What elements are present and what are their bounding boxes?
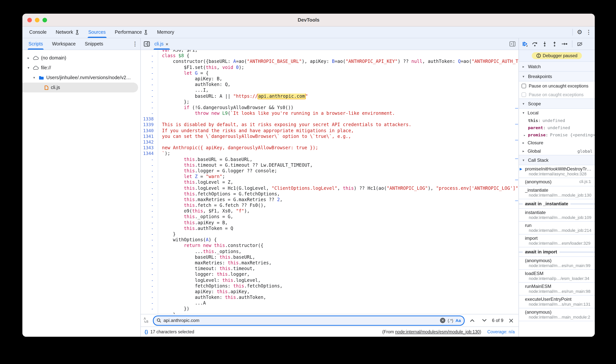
line-gutter[interactable]: -: [141, 105, 158, 111]
line-gutter[interactable]: 1341: [141, 134, 158, 139]
line-gutter[interactable]: 1338: [141, 117, 158, 122]
line-gutter[interactable]: -: [141, 300, 158, 306]
scope-variable[interactable]: parent:undefined: [519, 124, 595, 131]
line-gutter[interactable]: -: [141, 157, 158, 162]
call-stack-frame[interactable]: importnode:internal/m…esm/loader:329: [519, 234, 595, 247]
line-gutter[interactable]: -: [141, 99, 158, 105]
step-over-icon[interactable]: [530, 39, 539, 49]
scope-group-global[interactable]: ▸Globalglobal: [519, 147, 595, 155]
regex-toggle[interactable]: (.*): [448, 318, 453, 323]
from-source-link[interactable]: node:internal/modules/esm/module_job:130: [395, 329, 480, 334]
scope-group-local[interactable]: ▾Local: [519, 109, 595, 117]
call-stack-frame[interactable]: executeUserEntryPointnode:internal/m…s/r…: [519, 295, 595, 308]
editor-tab-clijs[interactable]: cli.js ×: [151, 38, 171, 50]
scope-section-header[interactable]: ▾Scope: [519, 98, 595, 109]
line-gutter[interactable]: -: [141, 214, 158, 220]
line-gutter[interactable]: -: [141, 191, 158, 197]
scope-variable[interactable]: this:undefined: [519, 117, 595, 124]
line-gutter[interactable]: -: [141, 53, 158, 59]
line-gutter[interactable]: -: [141, 306, 158, 312]
call-stack-frame[interactable]: instantiatenode:internal/m…module_job:10…: [519, 209, 595, 221]
step-out-icon[interactable]: [550, 39, 559, 49]
breakpoints-section-header[interactable]: ▾Breakpoints: [519, 71, 595, 81]
tree-item-cli-js[interactable]: cli.js: [22, 83, 138, 92]
breakpoint-option[interactable]: Pause on uncaught exceptions: [519, 81, 595, 90]
line-gutter[interactable]: -: [141, 197, 158, 203]
watch-section-header[interactable]: ▸Watch: [519, 61, 595, 72]
search-input[interactable]: api.anthropic.com ✕ (.*) Aa: [153, 315, 465, 325]
replace-toggle-icon[interactable]: A ↳B: [144, 317, 150, 324]
line-gutter[interactable]: -: [141, 111, 158, 116]
call-stack-frame[interactable]: _instantiatenode:internal/m…module_job:1…: [519, 186, 595, 199]
line-gutter[interactable]: [141, 50, 158, 53]
line-gutter[interactable]: -: [141, 70, 158, 76]
scope-group-closure[interactable]: ▸Closure: [519, 139, 595, 147]
tab-console[interactable]: Console: [25, 26, 51, 38]
checkbox[interactable]: [521, 84, 526, 88]
call-stack-frame[interactable]: runMainESMnode:internal/m…es/run_main:98: [519, 283, 595, 295]
line-gutter[interactable]: -: [141, 65, 158, 70]
line-gutter[interactable]: -: [141, 272, 158, 277]
line-gutter[interactable]: 1339: [141, 122, 158, 128]
tab-sources[interactable]: Sources: [84, 26, 110, 38]
line-gutter[interactable]: -: [141, 203, 158, 208]
line-gutter[interactable]: -: [141, 283, 158, 289]
deactivate-breakpoints-icon[interactable]: [575, 39, 585, 49]
checkbox[interactable]: [521, 92, 526, 97]
chevron-right-icon[interactable]: ▸: [26, 56, 31, 60]
tab-memory[interactable]: Memory: [153, 26, 179, 38]
line-gutter[interactable]: -: [141, 168, 158, 174]
line-gutter[interactable]: -: [141, 255, 158, 260]
close-tab-icon[interactable]: ×: [166, 41, 168, 47]
code-editor[interactable]: var X50, $F1;-class $8 {- constructor({b…: [141, 50, 518, 314]
call-stack-frame[interactable]: (anonymous)node:internal/m…es/run_main:9…: [519, 257, 595, 270]
close-search-icon[interactable]: [506, 316, 516, 325]
line-gutter[interactable]: -: [141, 180, 158, 185]
previous-match-icon[interactable]: [468, 316, 477, 325]
line-gutter[interactable]: -: [141, 289, 158, 295]
match-case-toggle[interactable]: Aa: [456, 318, 461, 323]
line-gutter[interactable]: -: [141, 266, 158, 272]
nav-tab-workspace[interactable]: Workspace: [47, 38, 80, 50]
call-stack-section-header[interactable]: ▾Call Stack: [519, 155, 595, 165]
minimize-window-button[interactable]: [35, 18, 40, 22]
coverage-link[interactable]: Coverage: n/a: [487, 329, 515, 334]
chevron-down-icon[interactable]: ▾: [32, 76, 36, 79]
tab-performance[interactable]: Performance: [110, 26, 153, 38]
clear-search-icon[interactable]: ✕: [440, 318, 445, 323]
line-gutter[interactable]: -: [141, 237, 158, 243]
settings-gear-icon[interactable]: ⚙: [575, 28, 584, 37]
step-icon[interactable]: [560, 39, 569, 49]
line-gutter[interactable]: 1343: [141, 145, 158, 151]
line-gutter[interactable]: -: [141, 208, 158, 214]
navigator-more-options-icon[interactable]: ⋮: [130, 39, 140, 49]
call-stack-frame[interactable]: ▶promiseInitHookWithDestroyTr…node:inter…: [519, 165, 595, 178]
line-gutter[interactable]: -: [141, 260, 158, 266]
line-gutter[interactable]: -: [141, 226, 158, 232]
line-gutter[interactable]: -: [141, 312, 158, 314]
call-stack-frame[interactable]: (anonymous)cli.js:1: [519, 178, 595, 186]
line-gutter[interactable]: -: [141, 220, 158, 226]
line-gutter[interactable]: -: [141, 185, 158, 191]
scope-variable[interactable]: ▸promise:Promise {<pending>}: [519, 131, 595, 139]
chevron-right-icon[interactable]: ▸: [521, 149, 526, 153]
call-stack-frame[interactable]: runnode:internal/m…module_job:214: [519, 221, 595, 234]
line-gutter[interactable]: -: [141, 174, 158, 180]
next-match-icon[interactable]: [480, 316, 489, 325]
line-gutter[interactable]: 1340: [141, 128, 158, 133]
nav-tab-snippets[interactable]: Snippets: [80, 38, 108, 50]
line-gutter[interactable]: 1344: [141, 151, 158, 157]
pretty-print-icon[interactable]: {}: [144, 329, 148, 335]
line-gutter[interactable]: -: [141, 249, 158, 254]
nav-tab-scripts[interactable]: Scripts: [24, 38, 47, 50]
chevron-down-icon[interactable]: ▾: [26, 66, 31, 70]
chevron-right-icon[interactable]: ▸: [521, 141, 526, 145]
line-gutter[interactable]: -: [141, 162, 158, 168]
toggle-navigator-icon[interactable]: [142, 39, 151, 49]
line-gutter[interactable]: -: [141, 232, 158, 237]
tab-network[interactable]: Network: [51, 26, 84, 38]
zoom-window-button[interactable]: [42, 18, 47, 22]
chevron-right-icon[interactable]: ▸: [523, 133, 528, 137]
line-gutter[interactable]: -: [141, 88, 158, 93]
breakpoint-option[interactable]: Pause on caught exceptions: [519, 90, 595, 99]
